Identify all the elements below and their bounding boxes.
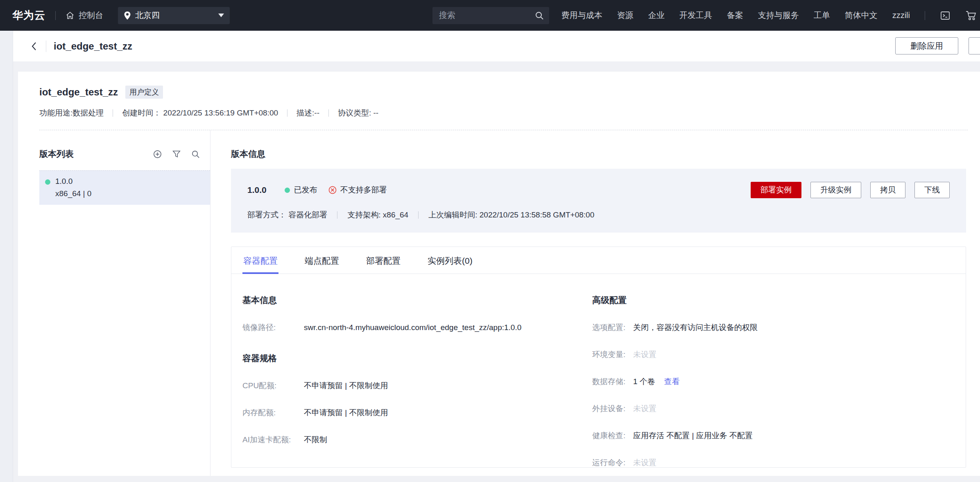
row-label: 镜像路径: [242, 322, 304, 333]
menu-dev-tools[interactable]: 开发工具 [679, 10, 712, 21]
menu-support[interactable]: 支持与服务 [758, 10, 799, 21]
published-dot-icon [285, 188, 290, 193]
app-type-badge: 用户定义 [125, 86, 163, 99]
config-tab-card: 容器配置 端点配置 部署配置 实例列表(0) 基本信息 镜像路径: swr.cn… [231, 247, 966, 468]
add-version-icon[interactable] [153, 149, 162, 159]
meta-function: 功能用途:数据处理 [39, 108, 104, 118]
divider [337, 211, 337, 219]
app-meta-row: 功能用途:数据处理 创建时间： 2022/10/25 13:56:19 GMT+… [39, 108, 968, 118]
deploy-mode: 部署方式： 容器化部署 [247, 210, 327, 220]
version-list-title: 版本列表 [39, 148, 74, 160]
env-vars-row: 环境变量: 未设置 [592, 349, 966, 360]
divider [925, 11, 925, 20]
divider [55, 11, 56, 20]
row-value: 不申请预留 | 不限制使用 [304, 380, 388, 391]
meta-created-time: 创建时间： 2022/10/25 13:56:19 GMT+08:00 [122, 108, 278, 118]
copy-button[interactable]: 拷贝 [870, 182, 905, 198]
multi-deploy-flag: 不支持多部署 [328, 185, 387, 195]
page-header: iot_edge_test_zz 删除应用 停用 [0, 31, 980, 61]
row-value: 未设置 [633, 403, 656, 414]
divider [418, 211, 419, 219]
row-value: 不申请预留 | 不限制使用 [304, 407, 388, 418]
chevron-down-icon [218, 14, 224, 17]
divider [287, 109, 287, 117]
memory-quota-row: 内存配额: 不申请预留 | 不限制使用 [242, 407, 582, 418]
view-volumes-link[interactable]: 查看 [664, 376, 680, 387]
run-command-row: 运行命令: 未设置 [592, 457, 966, 468]
location-pin-icon [124, 11, 131, 20]
row-value: swr.cn-north-4.myhuaweicloud.com/iot_edg… [304, 322, 521, 333]
tab-container-config[interactable]: 容器配置 [242, 247, 278, 274]
topbar-search [432, 7, 549, 24]
publish-status: 已发布 [285, 185, 317, 195]
row-value: 应用存活 不配置 | 应用业务 不配置 [633, 430, 753, 441]
published-dot-icon [45, 179, 50, 185]
cart-icon[interactable] [965, 10, 978, 21]
row-label: 运行命令: [592, 457, 633, 468]
console-link[interactable]: 控制台 [66, 10, 103, 21]
search-icon[interactable] [534, 11, 544, 20]
deploy-instance-button[interactable]: 部署实例 [751, 182, 801, 198]
supported-arch: 支持架构: x86_64 [347, 210, 408, 220]
region-label: 北京四 [135, 10, 160, 21]
row-label: 外挂设备: [592, 403, 633, 414]
meta-description: 描述:-- [296, 108, 319, 118]
version-search-icon[interactable] [191, 149, 200, 159]
row-value: 未设置 [633, 457, 656, 468]
terminal-icon[interactable] [940, 10, 951, 21]
row-label: CPU配额: [242, 380, 304, 391]
offline-button[interactable]: 下线 [914, 182, 950, 198]
menu-language[interactable]: 简体中文 [845, 10, 878, 21]
tab-endpoint-config[interactable]: 端点配置 [304, 247, 340, 274]
menu-account[interactable]: zzzili [892, 11, 910, 20]
app-name: iot_edge_test_zz [39, 86, 118, 98]
version-meta-row: 部署方式： 容器化部署 支持架构: x86_64 上次编辑时间: 2022/10… [247, 210, 950, 220]
ai-accelerator-quota-row: AI加速卡配额: 不限制 [242, 434, 582, 445]
option-config-row: 选项配置: 关闭，容器没有访问主机设备的权限 [592, 322, 966, 333]
version-label: 1.0.0 [247, 185, 267, 195]
container-config-content: 基本信息 镜像路径: swr.cn-north-4.myhuaweicloud.… [231, 274, 966, 468]
version-list-item[interactable]: 1.0.0 x86_64 | 0 [39, 170, 210, 205]
left-rail [0, 31, 13, 482]
back-button[interactable] [29, 41, 39, 52]
tab-bar: 容器配置 端点配置 部署配置 实例列表(0) [231, 247, 966, 274]
region-selector[interactable]: 北京四 [118, 7, 230, 24]
version-arch: x86_64 | 0 [55, 189, 91, 198]
data-storage-row: 数据存储: 1 个卷 查看 [592, 376, 966, 387]
tab-instance-list[interactable]: 实例列表(0) [427, 247, 473, 274]
menu-billing[interactable]: 费用与成本 [561, 10, 602, 21]
container-spec-heading: 容器规格 [242, 353, 582, 364]
tab-deploy-config[interactable]: 部署配置 [365, 247, 401, 274]
upgrade-instance-button[interactable]: 升级实例 [810, 182, 861, 198]
menu-icp-filing[interactable]: 备案 [727, 10, 743, 21]
row-value: 关闭，容器没有访问主机设备的权限 [633, 322, 758, 333]
basic-info-heading: 基本信息 [242, 294, 582, 306]
clipped-action-button[interactable]: 停用 [969, 37, 980, 54]
menu-ticket[interactable]: 工单 [814, 10, 830, 21]
top-nav-bar: 华为云 控制台 北京四 费用与成本 资源 企业 开发工具 备案 支持与 [0, 0, 980, 31]
row-value: 1 个卷 [633, 376, 655, 387]
version-number: 1.0.0 [55, 177, 91, 186]
menu-resources[interactable]: 资源 [617, 10, 634, 21]
page-title: iot_edge_test_zz [54, 41, 132, 52]
home-icon [66, 11, 75, 20]
cpu-quota-row: CPU配额: 不申请预留 | 不限制使用 [242, 380, 582, 391]
version-info-title: 版本信息 [231, 148, 966, 160]
filter-icon[interactable] [172, 149, 181, 158]
app-overview: iot_edge_test_zz 用户定义 功能用途:数据处理 创建时间： 20… [18, 72, 980, 118]
no-multi-deploy-icon [328, 186, 337, 195]
menu-enterprise[interactable]: 企业 [648, 10, 665, 21]
row-label: 健康检查: [592, 430, 633, 441]
search-input[interactable] [439, 11, 534, 20]
row-label: 内存配额: [242, 407, 304, 418]
version-summary-panel: 1.0.0 已发布 不支持多部署 [231, 169, 966, 233]
console-label: 控制台 [79, 10, 103, 21]
version-list-panel: 版本列表 [18, 130, 210, 476]
row-label: 环境变量: [592, 349, 633, 360]
health-check-row: 健康检查: 应用存活 不配置 | 应用业务 不配置 [592, 430, 966, 441]
divider [113, 109, 113, 117]
delete-app-button[interactable]: 删除应用 [895, 37, 958, 54]
row-value: 不限制 [304, 434, 327, 445]
huawei-cloud-logo[interactable]: 华为云 [12, 8, 45, 23]
image-path-row: 镜像路径: swr.cn-north-4.myhuaweicloud.com/i… [242, 322, 582, 333]
